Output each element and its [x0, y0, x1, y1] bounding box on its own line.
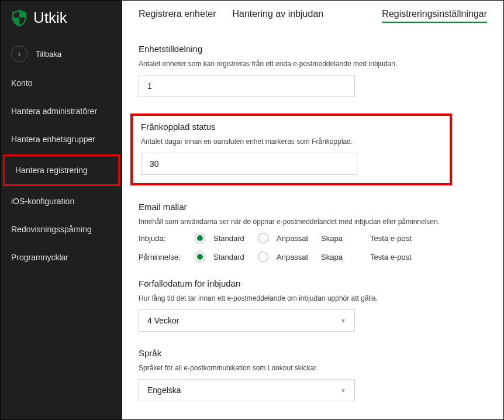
main-content: Registrera enheter Hantering av inbjudan… — [122, 1, 503, 419]
reminder-row-label: Påminnelse: — [139, 253, 187, 261]
back-label: Tillbaka — [36, 50, 61, 58]
reminder-standard-radio[interactable] — [195, 252, 205, 262]
section-invitation-expiration: Förfallodatum för inbjudan Hur lång tid … — [139, 278, 487, 332]
tabs: Registrera enheter Hantering av inbjudan… — [139, 9, 487, 23]
expiration-title: Förfallodatum för inbjudan — [139, 278, 487, 288]
sidebar-item-admins[interactable]: Hantera administratörer — [1, 97, 122, 125]
disconnected-title: Frånkopplad status — [141, 122, 441, 132]
expiration-desc: Hur lång tid det tar innan ett e-postmed… — [139, 294, 487, 302]
invite-custom-radio[interactable] — [258, 233, 268, 243]
invite-create-link[interactable]: Skapa — [321, 234, 362, 243]
brand-name: Utkik — [33, 9, 67, 27]
tab-register-devices[interactable]: Registrera enheter — [139, 9, 216, 22]
device-allocation-input[interactable] — [139, 75, 355, 97]
section-email-templates: Email mallar Innehåll som användarna ser… — [139, 202, 487, 262]
section-language: Språk Språket för all e-postkommunikatio… — [139, 348, 487, 401]
reminder-template-row: Påminnelse: Standard Anpassat Skapa Test… — [139, 252, 487, 262]
sidebar-item-audit[interactable]: Redovisningsspårning — [1, 215, 122, 243]
expiration-select[interactable]: 4 Veckor ▼ — [139, 309, 355, 332]
email-templates-desc: Innehåll som användarna ser när de öppna… — [139, 218, 487, 226]
device-allocation-title: Enhetstilldelning — [139, 44, 487, 54]
section-disconnected-status: Frånkopplad status Antalet dagar innan e… — [130, 113, 452, 185]
reminder-test-link[interactable]: Testa e-post — [370, 253, 412, 261]
shield-icon — [11, 9, 27, 27]
language-desc: Språket för all e-postkommunikation som … — [139, 364, 487, 372]
tab-registration-settings[interactable]: Registreringsinställningar — [382, 9, 487, 23]
sidebar-item-ios-config[interactable]: iOS-konfiguration — [1, 187, 122, 215]
tab-invitation-management[interactable]: Hantering av inbjudan — [233, 9, 324, 22]
disconnected-desc: Antalet dagar innan en oansluten enhet m… — [141, 137, 441, 146]
language-title: Språk — [139, 348, 487, 358]
language-select-value: Engelska — [147, 385, 181, 395]
brand: Utkik — [1, 1, 122, 39]
sidebar-item-app-keys[interactable]: Programnycklar — [1, 243, 122, 271]
invite-template-row: Inbjuda: Standard Anpassat Skapa Testa e… — [139, 233, 487, 243]
language-select[interactable]: Engelska ▼ — [139, 379, 355, 401]
expiration-select-value: 4 Veckor — [147, 316, 179, 325]
back-button[interactable]: ‹ Tillbaka — [1, 39, 122, 69]
section-device-allocation: Enhetstilldelning Antalet enheter som ka… — [139, 44, 487, 97]
invite-test-link[interactable]: Testa e-post — [370, 234, 412, 243]
sidebar-item-account[interactable]: Konto — [1, 69, 122, 97]
reminder-standard-label: Standard — [213, 253, 250, 261]
invite-standard-label: Standard — [213, 234, 250, 243]
sidebar-item-device-groups[interactable]: Hantera enhetsgrupper — [1, 125, 122, 153]
chevron-down-icon: ▼ — [340, 318, 346, 324]
sidebar: Utkik ‹ Tillbaka Konto Hantera administr… — [1, 1, 122, 419]
invite-row-label: Inbjuda: — [139, 234, 187, 243]
reminder-custom-label: Anpassat — [277, 253, 313, 261]
disconnected-days-input[interactable] — [141, 153, 357, 175]
email-templates-title: Email mallar — [139, 202, 487, 212]
invite-standard-radio[interactable] — [195, 233, 205, 243]
invite-custom-label: Anpassat — [277, 234, 313, 243]
sidebar-item-registration[interactable]: Hantera registrering — [3, 154, 120, 186]
reminder-create-link[interactable]: Skapa — [321, 253, 362, 261]
chevron-left-icon: ‹ — [11, 46, 27, 62]
chevron-down-icon: ▼ — [340, 387, 346, 394]
device-allocation-desc: Antalet enheter som kan registreras från… — [139, 60, 487, 68]
reminder-custom-radio[interactable] — [258, 252, 268, 262]
